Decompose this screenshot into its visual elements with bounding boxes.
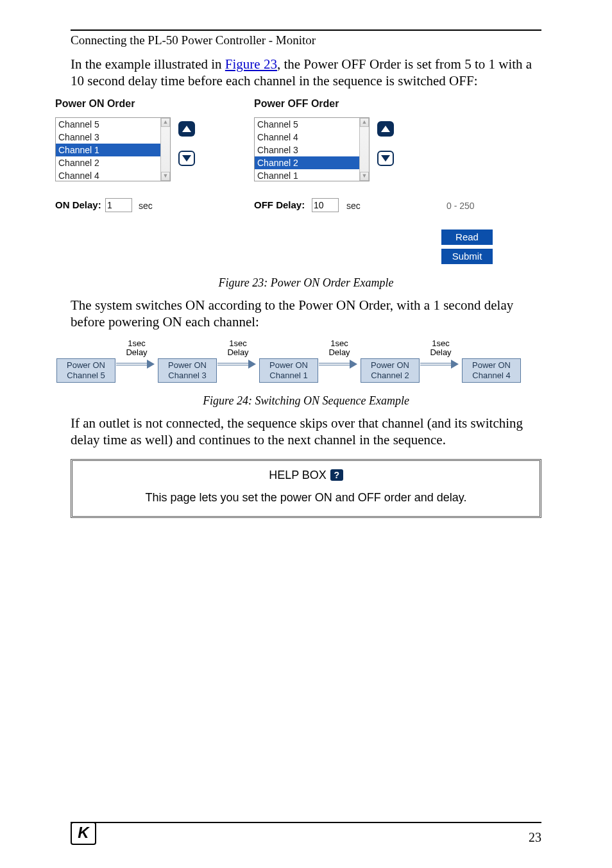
sequence-box: Power ON Channel 2 bbox=[361, 358, 420, 383]
help-box: HELP BOX ? This page lets you set the po… bbox=[71, 459, 541, 518]
sequence-line2: Channel 3 bbox=[168, 371, 206, 380]
power-on-order-title: Power ON Order bbox=[55, 98, 135, 110]
triangle-up-icon bbox=[380, 125, 391, 133]
sequence-line1: Power ON bbox=[472, 360, 511, 370]
sequence-gap: 1sec Delay bbox=[420, 339, 462, 357]
sequence-line2: Channel 2 bbox=[371, 371, 409, 380]
sequence-line2: Channel 5 bbox=[67, 371, 105, 380]
submit-button[interactable]: Submit bbox=[441, 249, 493, 264]
sequence-gap: 1sec Delay bbox=[115, 339, 158, 357]
page-header: Connecting the PL-50 Power Controller - … bbox=[71, 33, 541, 47]
switching-sequence-diagram: Power ON Channel 5 1sec Delay Power ON C… bbox=[56, 339, 556, 390]
arrow-right-icon bbox=[420, 360, 462, 369]
gap-label-1: 1sec bbox=[318, 339, 361, 348]
gap-label-2: Delay bbox=[217, 348, 259, 357]
move-up-button[interactable] bbox=[377, 121, 394, 137]
gap-label-1: 1sec bbox=[115, 339, 158, 348]
paragraph-1-pre: In the example illustrated in bbox=[71, 56, 225, 72]
brand-logo: K bbox=[71, 822, 96, 845]
arrow-right-icon bbox=[115, 360, 158, 369]
page-number: 23 bbox=[529, 830, 541, 845]
list-item[interactable]: Channel 3 bbox=[255, 144, 369, 156]
list-item[interactable]: Channel 2 bbox=[56, 156, 170, 169]
gap-label-2: Delay bbox=[420, 348, 462, 357]
power-on-order-listbox[interactable]: Channel 5 Channel 3 Channel 1 Channel 2 … bbox=[55, 117, 171, 181]
move-down-button[interactable] bbox=[377, 151, 394, 166]
triangle-down-icon bbox=[182, 154, 192, 162]
sec-label: sec bbox=[139, 201, 153, 211]
help-box-title: HELP BOX bbox=[269, 469, 327, 482]
on-delay-label: ON Delay: bbox=[55, 199, 101, 210]
scrollbar[interactable]: ▲ ▼ bbox=[359, 118, 369, 181]
sequence-box: Power ON Channel 1 bbox=[259, 358, 318, 383]
svg-marker-0 bbox=[182, 126, 191, 132]
figure-23-link[interactable]: Figure 23 bbox=[225, 56, 277, 72]
help-icon: ? bbox=[330, 469, 343, 481]
on-delay-input[interactable] bbox=[105, 198, 132, 212]
gap-label-2: Delay bbox=[318, 348, 361, 357]
list-item[interactable]: Channel 2 bbox=[255, 156, 369, 169]
paragraph-3: If an outlet is not connected, the seque… bbox=[71, 415, 541, 448]
list-item[interactable]: Channel 1 bbox=[56, 144, 170, 156]
sequence-line2: Channel 4 bbox=[472, 371, 510, 380]
sequence-gap: 1sec Delay bbox=[217, 339, 259, 357]
gap-label-1: 1sec bbox=[217, 339, 259, 348]
scroll-up-icon[interactable]: ▲ bbox=[360, 118, 369, 127]
list-item[interactable]: Channel 3 bbox=[56, 131, 170, 144]
list-item[interactable]: Channel 4 bbox=[56, 169, 170, 182]
scroll-up-icon[interactable]: ▲ bbox=[161, 118, 170, 127]
svg-marker-1 bbox=[182, 155, 191, 162]
figure-23-caption: Figure 23: Power ON Order Example bbox=[71, 276, 541, 290]
list-item[interactable]: Channel 5 bbox=[56, 118, 170, 131]
off-delay-input[interactable] bbox=[312, 198, 339, 212]
sequence-line2: Channel 1 bbox=[269, 371, 307, 380]
help-box-text: This page lets you set the power ON and … bbox=[85, 491, 527, 505]
read-button[interactable]: Read bbox=[441, 230, 493, 245]
sequence-box: Power ON Channel 5 bbox=[56, 358, 115, 383]
list-item[interactable]: Channel 1 bbox=[255, 169, 369, 182]
sequence-box: Power ON Channel 3 bbox=[158, 358, 217, 383]
svg-marker-3 bbox=[381, 155, 390, 162]
brand-letter: K bbox=[78, 825, 89, 840]
sequence-line1: Power ON bbox=[168, 360, 207, 370]
sequence-gap: 1sec Delay bbox=[318, 339, 361, 357]
triangle-down-icon bbox=[380, 154, 391, 162]
sequence-line1: Power ON bbox=[269, 360, 308, 370]
move-down-button[interactable] bbox=[178, 151, 195, 166]
list-item[interactable]: Channel 5 bbox=[255, 118, 369, 131]
power-order-panel: Power ON Order Power OFF Order Channel 5… bbox=[55, 98, 557, 272]
triangle-up-icon bbox=[182, 125, 192, 133]
arrow-right-icon bbox=[318, 360, 361, 369]
list-item[interactable]: Channel 4 bbox=[255, 131, 369, 144]
scroll-down-icon[interactable]: ▼ bbox=[360, 172, 369, 181]
figure-24-caption: Figure 24: Switching ON Sequence Example bbox=[71, 394, 541, 408]
scrollbar[interactable]: ▲ ▼ bbox=[160, 118, 170, 181]
off-delay-label: OFF Delay: bbox=[254, 199, 305, 210]
svg-marker-2 bbox=[381, 126, 390, 132]
power-off-order-title: Power OFF Order bbox=[254, 98, 339, 110]
gap-label-1: 1sec bbox=[420, 339, 462, 348]
scroll-down-icon[interactable]: ▼ bbox=[161, 172, 170, 181]
sec-label: sec bbox=[346, 201, 361, 211]
sequence-line1: Power ON bbox=[67, 360, 105, 370]
paragraph-2: The system switches ON according to the … bbox=[71, 297, 541, 330]
paragraph-1: In the example illustrated in Figure 23,… bbox=[71, 56, 541, 89]
gap-label-2: Delay bbox=[115, 348, 158, 357]
range-hint: 0 - 250 bbox=[446, 201, 475, 211]
sequence-line1: Power ON bbox=[371, 360, 409, 370]
sequence-box: Power ON Channel 4 bbox=[462, 358, 521, 383]
power-off-order-listbox[interactable]: Channel 5 Channel 4 Channel 3 Channel 2 … bbox=[254, 117, 370, 181]
arrow-right-icon bbox=[217, 360, 259, 369]
move-up-button[interactable] bbox=[178, 121, 195, 137]
